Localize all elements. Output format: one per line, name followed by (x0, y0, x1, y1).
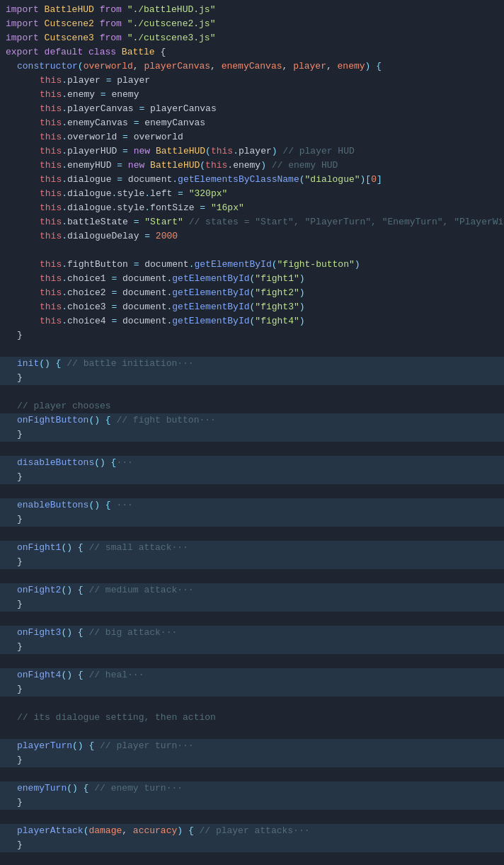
line-12: this.enemyHUD = new BattleHUD(this.enemy… (0, 159, 504, 173)
line-31: } (0, 428, 504, 442)
line-38 (0, 527, 504, 541)
line-19: this.fightButton = document.getElementBy… (0, 258, 504, 272)
line-28 (0, 385, 504, 399)
line-23: this.choice4 = document.getElementById("… (0, 314, 504, 328)
line-2: import Cutscene2 from "./cutscene2.js" (0, 17, 504, 31)
line-22: this.choice3 = document.getElementById("… (0, 300, 504, 314)
line-55 (0, 767, 504, 781)
line-30: onFightButton() { // fight button··· (0, 413, 504, 428)
line-13: this.dialogue = document.getElementsByCl… (0, 173, 504, 187)
line-24: } (0, 328, 504, 343)
line-37: } (0, 512, 504, 527)
line-20: this.choice1 = document.getElementById("… (0, 272, 504, 286)
line-26: init() { // battle initiation··· (0, 357, 504, 371)
line-46: } (0, 640, 504, 654)
line-45: onFight3() { // big attack··· (0, 626, 504, 640)
line-4: export default class Battle { (0, 45, 504, 59)
line-29: // player chooses (0, 399, 504, 413)
line-51: // its dialogue setting, then action (0, 711, 504, 725)
line-58 (0, 810, 504, 824)
line-57: } (0, 796, 504, 810)
line-48: onFight4() { // heal··· (0, 668, 504, 682)
line-52 (0, 725, 504, 739)
line-61 (0, 852, 504, 865)
line-25 (0, 343, 504, 357)
line-15: this.dialogue.style.fontSize = "16px" (0, 201, 504, 215)
line-33: disableButtons() {··· (0, 456, 504, 470)
line-32 (0, 442, 504, 456)
line-7: this.enemy = enemy (0, 88, 504, 102)
line-35 (0, 484, 504, 498)
line-21: this.choice2 = document.getElementById("… (0, 286, 504, 300)
line-11: this.playerHUD = new BattleHUD(this.play… (0, 144, 504, 159)
line-34: } (0, 470, 504, 484)
line-50 (0, 697, 504, 711)
line-6: this.player = player (0, 74, 504, 88)
line-18 (0, 244, 504, 258)
line-17: this.dialogueDelay = 2000 (0, 229, 504, 244)
line-47 (0, 654, 504, 668)
line-42: onFight2() { // medium attack··· (0, 583, 504, 597)
line-8: this.playerCanvas = playerCanvas (0, 102, 504, 116)
code-editor: import BattleHUD from "./battleHUD.js" i… (0, 0, 504, 865)
line-41 (0, 569, 504, 583)
line-10: this.overworld = overworld (0, 130, 504, 144)
line-27: } (0, 371, 504, 385)
line-16: this.battleState = "Start" // states = "… (0, 215, 504, 229)
line-14: this.dialogue.style.left = "320px" (0, 187, 504, 201)
line-43: } (0, 597, 504, 612)
keyword-import: import (6, 3, 45, 17)
line-56: enemyTurn() { // enemy turn··· (0, 781, 504, 796)
line-60: } (0, 838, 504, 852)
line-36: enableButtons() { ··· (0, 498, 504, 512)
line-5: constructor(overworld, playerCanvas, ene… (0, 59, 504, 74)
line-54: } (0, 753, 504, 767)
line-9: this.enemyCanvas = enemyCanvas (0, 116, 504, 130)
line-1: import BattleHUD from "./battleHUD.js" (0, 3, 504, 17)
line-49: } (0, 682, 504, 697)
line-53: playerTurn() { // player turn··· (0, 739, 504, 753)
line-59: playerAttack(damage, accuracy) { // play… (0, 824, 504, 838)
line-40: } (0, 555, 504, 569)
line-3: import Cutscene3 from "./cutscene3.js" (0, 31, 504, 45)
line-44 (0, 612, 504, 626)
line-39: onFight1() { // small attack··· (0, 541, 504, 555)
